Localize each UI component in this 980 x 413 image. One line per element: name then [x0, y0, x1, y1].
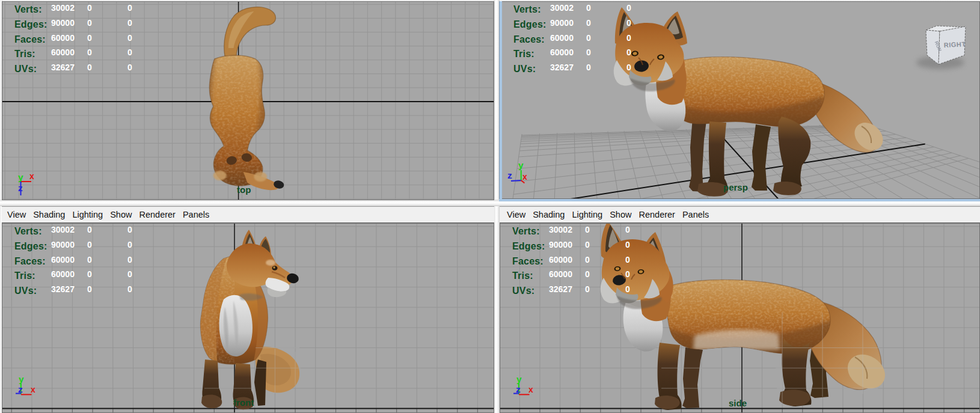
svg-text:RIGHT: RIGHT: [943, 40, 966, 49]
svg-text:x: x: [528, 385, 533, 394]
svg-text:z: z: [18, 384, 23, 394]
svg-text:z: z: [516, 384, 521, 394]
svg-text:y: y: [516, 374, 522, 384]
svg-text:y: y: [19, 374, 24, 384]
svg-text:x: x: [522, 172, 527, 182]
svg-text:z: z: [507, 170, 512, 180]
svg-text:x: x: [31, 385, 35, 394]
svg-text:x: x: [29, 171, 34, 181]
svg-text:y: y: [518, 160, 524, 170]
svg-text:z: z: [18, 183, 23, 193]
